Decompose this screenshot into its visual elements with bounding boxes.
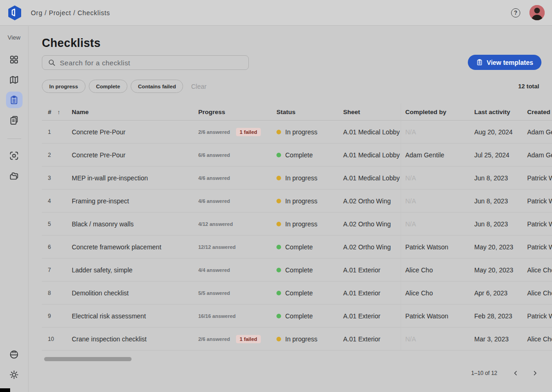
status-cell: Complete <box>276 151 343 159</box>
progress-cell: 4/6 answered <box>198 175 276 181</box>
column-header-sheet[interactable]: Sheet <box>343 109 405 115</box>
status-dot <box>276 153 281 157</box>
table-row[interactable]: 6Concrete framework placement12/12 answe… <box>42 236 552 259</box>
progress-cell: 2/6 answered1 failed <box>198 335 276 343</box>
filter-chip-contains-failed[interactable]: Contains failed <box>131 80 183 93</box>
column-header-last-activity[interactable]: Last activity <box>474 109 527 115</box>
table-row[interactable]: 9Electrical risk assessment16/16 answere… <box>42 305 552 328</box>
chevron-left-icon <box>512 369 519 377</box>
status-dot <box>276 268 281 272</box>
row-number: 2 <box>42 152 72 158</box>
last-activity-date: Jun 8, 2023 <box>474 197 527 205</box>
sidebar-item-checklists[interactable] <box>6 92 23 108</box>
checklist-name: Electrical risk assessment <box>72 312 198 320</box>
completed-by: N/A <box>405 128 474 136</box>
table-row[interactable]: 3MEP in-wall pre-inspection4/6 answeredI… <box>42 167 552 190</box>
column-header-name[interactable]: Name <box>72 109 198 115</box>
sort-ascending-icon[interactable]: ↑ <box>58 109 61 115</box>
next-page-button[interactable] <box>529 367 541 380</box>
last-activity-date: Feb 28, 2023 <box>474 312 527 320</box>
gear-icon <box>9 370 19 380</box>
completed-by: Adam Gentile <box>405 151 474 159</box>
status-label: In progress <box>285 174 317 182</box>
horizontal-scrollbar-thumb[interactable] <box>44 357 132 361</box>
created-by: Patrick Watson <box>527 312 552 320</box>
status-label: Complete <box>285 266 313 274</box>
checklist-name: Concrete framework placement <box>72 243 198 251</box>
sidebar-item-settings[interactable] <box>6 366 23 383</box>
column-header-completed-by[interactable]: Completed by <box>405 109 474 115</box>
completed-by: N/A <box>405 220 474 228</box>
row-number: 7 <box>42 267 72 273</box>
progress-cell: 4/4 answered <box>198 267 276 273</box>
progress-cell: 5/5 answered <box>198 290 276 296</box>
status-cell: Complete <box>276 289 343 297</box>
pagination-range-label: 1–10 of 12 <box>471 370 497 376</box>
search-input[interactable] <box>60 59 243 67</box>
created-by: Adam Gentile <box>527 151 552 159</box>
sheet-name: A.01 Exterior <box>343 335 405 343</box>
status-cell: In progress <box>276 128 343 136</box>
last-activity-date: May 20, 2023 <box>474 243 527 251</box>
previous-page-button[interactable] <box>509 367 522 380</box>
column-header-status[interactable]: Status <box>276 109 343 115</box>
page-title: Checklists <box>42 36 101 50</box>
checklist-name: Framing pre-inspect <box>72 197 198 205</box>
completed-by: Alice Cho <box>405 289 474 297</box>
sidebar-item-photos[interactable] <box>6 147 23 164</box>
status-cell: Complete <box>276 312 343 320</box>
table-row[interactable]: 8Demolition checklist5/5 answeredComplet… <box>42 282 552 305</box>
view-templates-button[interactable]: View templates <box>468 55 541 70</box>
table-row[interactable]: 5Black / masonry walls4/12 answeredIn pr… <box>42 213 552 236</box>
progress-answered-label: 2/6 answered <box>198 336 230 342</box>
total-count-label: 12 total <box>518 83 539 90</box>
search-box[interactable] <box>42 55 249 70</box>
row-number: 5 <box>42 221 72 227</box>
row-number: 9 <box>42 313 72 319</box>
status-dot <box>276 337 281 341</box>
table-row[interactable]: 1Concrete Pre-Pour2/6 answered1 failedIn… <box>42 121 552 144</box>
progress-answered-label: 5/5 answered <box>198 290 230 296</box>
sheet-name: A.02 Ortho Wing <box>343 243 405 251</box>
column-header-number[interactable]: # ↑ <box>42 109 72 115</box>
table-row[interactable]: 2Concrete Pre-Pour6/6 answeredCompleteA.… <box>42 144 552 167</box>
status-label: In progress <box>285 220 317 228</box>
filter-chip-in-progress[interactable]: In progress <box>42 80 86 93</box>
avatar[interactable] <box>529 5 545 20</box>
sheet-name: A.01 Exterior <box>343 312 405 320</box>
sheet-name: A.01 Exterior <box>343 289 405 297</box>
checklist-name: Crane inspection checklist <box>72 335 198 343</box>
last-activity-date: Jul 25, 2024 <box>474 151 527 159</box>
app-logo-icon[interactable] <box>7 5 23 21</box>
sidebar-item-map[interactable] <box>6 71 23 88</box>
row-number: 1 <box>42 129 72 135</box>
hard-hat-icon <box>9 350 19 359</box>
last-activity-date: Mar 3, 2023 <box>474 335 527 343</box>
sidebar-item-forms[interactable] <box>6 112 23 128</box>
chevron-right-icon <box>531 369 539 377</box>
table-row[interactable]: 7Ladder safety, simple4/4 answeredComple… <box>42 259 552 282</box>
filter-chip-complete[interactable]: Complete <box>89 80 127 93</box>
last-activity-date: Aug 20, 2024 <box>474 128 527 136</box>
sidebar-item-files[interactable] <box>6 167 23 184</box>
map-icon <box>9 75 19 85</box>
status-dot <box>276 222 281 226</box>
progress-cell: 16/16 answered <box>198 313 276 319</box>
clear-filters-button[interactable]: Clear <box>191 83 206 90</box>
created-by: Patrick Watson <box>527 197 552 205</box>
checklist-name: Black / masonry walls <box>72 220 198 228</box>
sidebar-item-apps-grid[interactable] <box>6 51 23 68</box>
table-row[interactable]: 4Framing pre-inspect4/6 answeredIn progr… <box>42 190 552 213</box>
help-icon[interactable]: ? <box>511 8 520 17</box>
last-activity-date: May 20, 2023 <box>474 266 527 274</box>
apps-grid-icon <box>9 55 19 64</box>
breadcrumb[interactable]: Org / Project / Checklists <box>31 9 110 17</box>
column-header-created-by[interactable]: Created by <box>527 109 552 115</box>
sticky-column-divider <box>401 104 401 351</box>
column-header-progress[interactable]: Progress <box>198 109 276 115</box>
sidebar-item-crew[interactable] <box>6 346 23 363</box>
table-row[interactable]: 10Crane inspection checklist2/6 answered… <box>42 328 552 351</box>
screen-corner-artifact <box>0 388 10 392</box>
sheet-name: A.02 Ortho Wing <box>343 220 405 228</box>
status-dot <box>276 199 281 203</box>
